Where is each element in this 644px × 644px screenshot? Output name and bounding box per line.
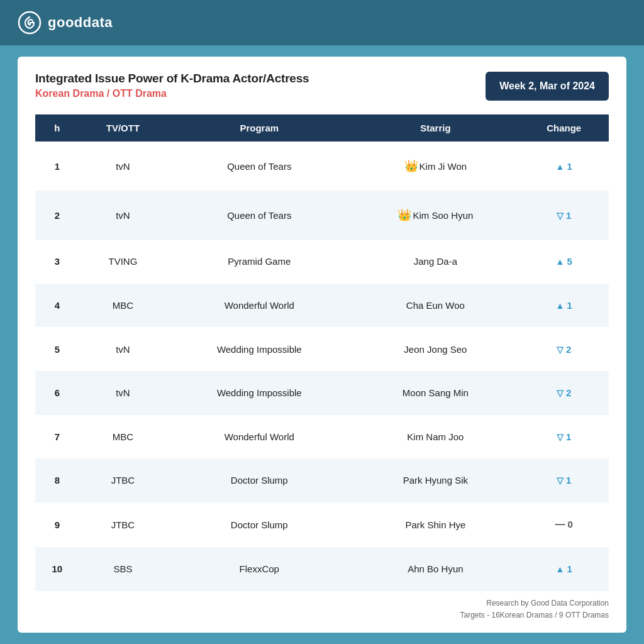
gooddata-logo-icon (18, 11, 42, 35)
change-value: 1 (567, 161, 572, 172)
cell-program: FlexxCop (167, 547, 352, 591)
arrow-neutral-icon: — (555, 519, 565, 530)
cell-change: ▲1 (519, 284, 609, 328)
cell-program: Wedding Impossible (167, 327, 352, 371)
change-value: 1 (566, 475, 571, 486)
change-value: 5 (567, 256, 572, 267)
main-card: Integrated Issue Power of K-Drama Actor/… (18, 57, 626, 633)
arrow-up-icon: ▲ (556, 162, 565, 172)
arrow-down-icon: ▽ (557, 345, 564, 355)
footer-line1: Research by Good Data Corporation (486, 599, 609, 608)
cell-starring: Moon Sang Min (352, 371, 519, 415)
change-value: 2 (566, 387, 571, 398)
cell-program: Queen of Tears (167, 191, 352, 240)
col-header-rank: h (35, 114, 79, 142)
cell-program: Doctor Slump (167, 502, 352, 547)
logo-text: gooddata (48, 14, 113, 31)
top-bar: gooddata (0, 0, 644, 45)
table-header-row: h TV/OTT Program Starrig Change (35, 114, 609, 142)
cell-change: ▽1 (519, 458, 609, 502)
arrow-down-icon: ▽ (557, 388, 564, 398)
table-row: 1tvNQueen of Tears👑Kim Ji Won▲1 (35, 142, 609, 191)
cell-program: Wonderful World (167, 415, 352, 459)
col-header-starring: Starrig (352, 114, 519, 142)
cell-rank: 1 (35, 142, 79, 191)
cell-change: ▽2 (519, 327, 609, 371)
cell-starring: Park Hyung Sik (352, 458, 519, 502)
cell-rank: 4 (35, 284, 79, 328)
footer-note: Research by Good Data Corporation Target… (35, 597, 609, 621)
col-header-change: Change (519, 114, 609, 142)
footer-line2: Targets - 16Korean Dramas / 9 OTT Dramas (460, 611, 609, 619)
cell-starring: 👑Kim Soo Hyun (352, 191, 519, 240)
table-row: 7MBCWonderful WorldKim Nam Joo▽1 (35, 415, 609, 459)
cell-program: Wonderful World (167, 284, 352, 328)
cell-starring: Park Shin Hye (352, 502, 519, 547)
cell-change: —0 (519, 502, 609, 547)
cell-program: Pyramid Game (167, 240, 352, 284)
change-value: 1 (567, 300, 572, 311)
cell-starring: Jang Da-a (352, 240, 519, 284)
cell-change: ▲5 (519, 240, 609, 284)
subtitle: Korean Drama / OTT Drama (35, 88, 309, 99)
change-value: 1 (566, 431, 571, 442)
table-row: 8JTBCDoctor SlumpPark Hyung Sik▽1 (35, 458, 609, 502)
cell-change: ▽1 (519, 191, 609, 240)
arrow-up-icon: ▲ (556, 564, 565, 574)
table-row: 9JTBCDoctor SlumpPark Shin Hye—0 (35, 502, 609, 547)
change-value: 0 (568, 519, 573, 530)
main-title: Integrated Issue Power of K-Drama Actor/… (35, 72, 309, 86)
crown-icon: 👑 (404, 159, 418, 173)
arrow-down-icon: ▽ (557, 432, 564, 442)
change-value: 1 (567, 564, 572, 574)
cell-starring: Jeon Jong Seo (352, 327, 519, 371)
cell-channel: JTBC (79, 502, 167, 547)
table-row: 4MBCWonderful WorldCha Eun Woo▲1 (35, 284, 609, 328)
crown-icon: 👑 (397, 208, 411, 222)
cell-channel: tvN (79, 191, 167, 240)
cell-starring: Ahn Bo Hyun (352, 547, 519, 591)
change-value: 2 (566, 344, 571, 355)
cell-starring: Cha Eun Woo (352, 284, 519, 328)
card-header: Integrated Issue Power of K-Drama Actor/… (35, 72, 609, 101)
cell-rank: 5 (35, 327, 79, 371)
arrow-up-icon: ▲ (556, 301, 565, 311)
cell-channel: JTBC (79, 458, 167, 502)
cell-rank: 7 (35, 415, 79, 459)
cell-channel: tvN (79, 371, 167, 415)
cell-rank: 9 (35, 502, 79, 547)
table-row: 3TVINGPyramid GameJang Da-a▲5 (35, 240, 609, 284)
col-header-channel: TV/OTT (79, 114, 167, 142)
cell-starring: Kim Nam Joo (352, 415, 519, 459)
week-badge: Week 2, Mar of 2024 (486, 72, 609, 101)
cell-rank: 8 (35, 458, 79, 502)
cell-rank: 10 (35, 547, 79, 591)
cell-rank: 6 (35, 371, 79, 415)
cell-starring: 👑Kim Ji Won (352, 142, 519, 191)
table-row: 6tvNWedding ImpossibleMoon Sang Min▽2 (35, 371, 609, 415)
cell-channel: SBS (79, 547, 167, 591)
cell-change: ▽2 (519, 371, 609, 415)
cell-program: Doctor Slump (167, 458, 352, 502)
table-row: 2tvNQueen of Tears👑Kim Soo Hyun▽1 (35, 191, 609, 240)
logo-area: gooddata (18, 11, 113, 35)
cell-rank: 2 (35, 191, 79, 240)
data-table: h TV/OTT Program Starrig Change 1tvNQuee… (35, 114, 609, 591)
cell-channel: MBC (79, 284, 167, 328)
cell-program: Queen of Tears (167, 142, 352, 191)
change-value: 1 (566, 210, 571, 221)
arrow-up-icon: ▲ (556, 257, 565, 267)
cell-channel: TVING (79, 240, 167, 284)
cell-program: Wedding Impossible (167, 371, 352, 415)
col-header-program: Program (167, 114, 352, 142)
table-row: 10SBSFlexxCopAhn Bo Hyun▲1 (35, 547, 609, 591)
title-block: Integrated Issue Power of K-Drama Actor/… (35, 72, 309, 99)
cell-channel: tvN (79, 142, 167, 191)
arrow-down-icon: ▽ (557, 475, 564, 486)
cell-change: ▲1 (519, 547, 609, 591)
table-row: 5tvNWedding ImpossibleJeon Jong Seo▽2 (35, 327, 609, 371)
cell-channel: tvN (79, 327, 167, 371)
arrow-down-icon: ▽ (557, 211, 564, 221)
cell-channel: MBC (79, 415, 167, 459)
cell-change: ▲1 (519, 142, 609, 191)
